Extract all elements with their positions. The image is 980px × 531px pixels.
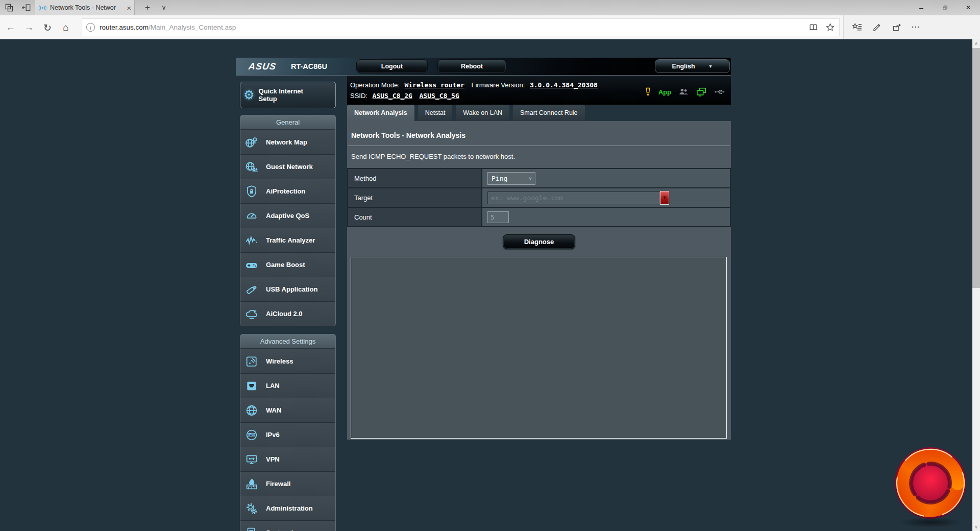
gears-icon xyxy=(240,501,263,516)
usb-connector-icon[interactable] xyxy=(714,87,726,96)
operation-mode-label: Operation Mode: xyxy=(350,81,400,89)
sidebar-item-wireless[interactable]: Wireless xyxy=(240,349,335,373)
operation-mode-link[interactable]: Wireless router xyxy=(404,81,464,89)
sidebar-item-guest-network[interactable]: Guest Network xyxy=(240,154,335,179)
sidebar-item-label: System Log xyxy=(266,529,304,531)
sidebar-item-network-map[interactable]: Network Map xyxy=(240,130,335,154)
site-info-icon[interactable]: i xyxy=(86,23,95,32)
firmware-version-link[interactable]: 3.0.0.4.384_20308 xyxy=(530,81,598,89)
tab-network-analysis[interactable]: Network Analysis xyxy=(347,105,414,121)
sidebar-item-label: Network Map xyxy=(266,138,307,146)
restore-button[interactable] xyxy=(933,0,957,15)
app-link[interactable]: App xyxy=(658,88,671,96)
network-monitors-icon[interactable] xyxy=(696,87,707,97)
sidebar-item-firewall[interactable]: Firewall xyxy=(240,471,335,496)
diagnostic-form-table: Method Ping ∨ Target xyxy=(347,168,731,227)
url-host: router.asus.com xyxy=(100,23,149,31)
sidebar-item-label: WAN xyxy=(266,406,281,414)
guest-network-icon xyxy=(240,160,263,174)
hub-favorites-icon[interactable] xyxy=(852,22,863,33)
quick-setup-label: Quick Internet Setup xyxy=(259,87,316,103)
firmware-label: Firmware Version: xyxy=(472,81,525,89)
sidebar-item-label: Game Boost xyxy=(266,261,305,269)
tab-list-chevron-icon[interactable]: ∨ xyxy=(157,1,170,14)
method-select[interactable]: Ping ∨ xyxy=(487,172,535,185)
sidebar-item-adaptive-qos[interactable]: Adaptive QoS xyxy=(240,203,335,228)
reading-view-icon[interactable] xyxy=(808,22,818,32)
select-chevron-icon: ∨ xyxy=(529,176,535,181)
settings-ellipsis-icon[interactable]: ··· xyxy=(912,23,920,31)
close-window-button[interactable]: × xyxy=(957,0,980,15)
tab-title: Network Tools - Networ xyxy=(50,4,124,11)
scroll-up-icon[interactable]: ∧ xyxy=(972,39,980,47)
new-tab-button[interactable]: + xyxy=(141,1,154,14)
sidebar-item-vpn[interactable]: VPN xyxy=(240,447,335,471)
ethernet-port-icon xyxy=(240,379,263,393)
table-row: Method Ping ∨ xyxy=(348,168,730,188)
sidebar-item-label: LAN xyxy=(266,382,280,390)
sidebar-item-label: Wireless xyxy=(266,357,293,365)
target-dropdown-button[interactable]: ▼ xyxy=(660,191,669,205)
sidebar-item-traffic-analyzer[interactable]: Traffic Analyzer xyxy=(240,228,335,252)
language-value: English xyxy=(672,63,695,70)
section-title-advanced-settings: Advanced Settings xyxy=(240,334,335,349)
add-favorite-star-icon[interactable] xyxy=(825,22,835,32)
scrollbar-thumb[interactable] xyxy=(972,48,980,288)
ssid-5g-link[interactable]: ASUS_C8_5G xyxy=(420,92,459,100)
content-column: Operation Mode: Wireless router Firmware… xyxy=(347,76,731,440)
log-document-icon xyxy=(240,526,263,531)
sidebar-item-usb-application[interactable]: USB Application xyxy=(240,277,335,301)
logout-button[interactable]: Logout xyxy=(356,59,428,74)
address-bar[interactable]: i router.asus.com /Main_Analysis_Content… xyxy=(82,18,840,36)
language-dropdown[interactable]: English ▼ xyxy=(655,59,730,73)
tab-close-icon[interactable]: × xyxy=(127,4,131,12)
usb-drive-icon xyxy=(240,282,263,297)
share-icon[interactable] xyxy=(892,22,902,33)
minimize-button[interactable]: – xyxy=(910,0,933,15)
sidebar-item-lan[interactable]: LAN xyxy=(240,373,335,398)
tab-smart-connect-rule[interactable]: Smart Connect Rule xyxy=(513,105,585,121)
diagnose-result-area[interactable] xyxy=(351,257,727,439)
sidebar-section-advanced-settings: Advanced Settings Wireless xyxy=(240,334,336,531)
sidebar-item-game-boost[interactable]: Game Boost xyxy=(240,252,335,277)
gamepad-icon xyxy=(240,258,263,272)
home-button[interactable]: ⌂ xyxy=(57,19,75,36)
sidebar-item-system-log[interactable]: System Log xyxy=(240,520,335,531)
tab-preview-icon[interactable] xyxy=(3,2,15,14)
page-scrollbar[interactable]: ∧ ∨ xyxy=(972,39,980,531)
table-row: Target ▼ xyxy=(348,188,730,207)
language-triangle-icon: ▼ xyxy=(708,64,713,69)
scroll-down-icon[interactable]: ∨ xyxy=(972,523,980,531)
sidebar-item-administration[interactable]: Administration xyxy=(240,496,335,520)
globe-icon xyxy=(240,403,263,418)
sidebar-item-wan[interactable]: WAN xyxy=(240,398,335,422)
target-dropdown-triangle-icon: ▼ xyxy=(663,195,667,200)
sidebar-item-aiprotection[interactable]: AiProtection xyxy=(240,179,335,203)
browser-window: Network Tools - Networ × + ∨ – × ← → ↻ ⌂… xyxy=(0,0,980,531)
network-map-icon xyxy=(240,135,263,150)
sidebar-item-quick-internet-setup[interactable]: ⚙ Quick Internet Setup xyxy=(240,82,336,108)
method-selected-value: Ping xyxy=(492,175,507,182)
forward-button[interactable]: → xyxy=(20,19,38,36)
sidebar-item-aicloud[interactable]: AiCloud 2.0 xyxy=(240,301,335,326)
clients-people-icon[interactable] xyxy=(678,87,689,96)
section-title-general: General xyxy=(240,115,335,130)
sidebar-item-label: IPv6 xyxy=(266,431,280,439)
tab-wake-on-lan[interactable]: Wake on LAN xyxy=(456,105,509,121)
set-tabs-aside-icon[interactable] xyxy=(20,2,33,14)
web-note-pen-icon[interactable] xyxy=(872,22,883,33)
page-title: Network Tools - Network Analysis xyxy=(347,121,731,146)
diagnose-button[interactable]: Diagnose xyxy=(503,234,575,249)
sidebar-item-ipv6[interactable]: IPV6 IPv6 xyxy=(240,422,335,447)
count-input[interactable] xyxy=(487,211,509,223)
refresh-button[interactable]: ↻ xyxy=(39,19,56,36)
reboot-button[interactable]: Reboot xyxy=(437,59,506,74)
ssid-2g-link[interactable]: ASUS_C8_2G xyxy=(373,92,412,100)
browser-tab[interactable]: Network Tools - Networ × xyxy=(35,0,135,15)
tab-netstat[interactable]: Netstat xyxy=(418,105,453,121)
vpn-monitor-icon xyxy=(240,452,263,467)
target-input[interactable] xyxy=(487,191,660,204)
browser-tab-bar: Network Tools - Networ × + ∨ – × xyxy=(0,0,980,15)
back-button[interactable]: ← xyxy=(2,19,19,36)
notification-alert-icon[interactable] xyxy=(644,87,652,97)
